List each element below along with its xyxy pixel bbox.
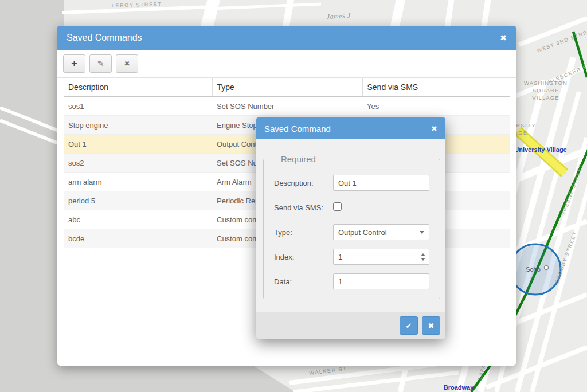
description-field-row: Description: [274, 175, 429, 191]
type-select[interactable]: Output Control [333, 224, 429, 240]
index-value: 1 [338, 253, 342, 261]
cancel-button[interactable]: ✖ [422, 316, 440, 335]
map-place-marker [545, 266, 549, 270]
type-field-row: Type: Output Control [274, 224, 429, 240]
close-icon[interactable]: ✖ [431, 125, 437, 132]
saved-commands-header: Saved Commands ✖ [57, 26, 516, 50]
cell-description[interactable]: period 5 [64, 191, 212, 210]
column-header-type[interactable]: Type [212, 78, 362, 97]
map-label-university-village-blue: University Village [514, 146, 567, 153]
cell-type[interactable]: Set SOS Number [212, 97, 362, 116]
saved-command-footer: ✔ ✖ [256, 312, 445, 339]
cell-description[interactable]: Stop engine [64, 116, 212, 135]
required-legend: Required [276, 154, 320, 164]
data-label: Data: [274, 277, 333, 286]
saved-command-header: Saved Command ✖ [256, 117, 445, 139]
delete-icon: ✖ [124, 60, 130, 68]
map-label-soho: Soho [526, 266, 541, 273]
map-label-james-j: James J [326, 11, 351, 21]
map-label-square: SQUARE [533, 87, 559, 93]
cell-description[interactable]: sos2 [64, 154, 212, 173]
cell-description[interactable]: sos1 [64, 97, 212, 116]
map-label-village: VILLAGE [532, 95, 559, 101]
commands-toolbar: + ✎ ✖ [57, 50, 516, 78]
cell-description[interactable]: abc [64, 210, 212, 229]
sms-field-row: Send via SMS: [274, 199, 429, 215]
arrow-down-icon [421, 258, 425, 261]
confirm-button[interactable]: ✔ [400, 316, 418, 335]
sms-checkbox[interactable] [333, 202, 342, 211]
required-fieldset: Required Description: Send via SMS: Type… [263, 154, 440, 299]
sms-label: Send via SMS: [274, 203, 333, 212]
table-header-row: Description Type Send via SMS [64, 78, 510, 97]
chevron-down-icon [420, 231, 424, 234]
column-header-send-via-sms[interactable]: Send via SMS [362, 78, 510, 97]
index-stepper[interactable]: 1 [333, 249, 429, 265]
cell-send-via-sms[interactable]: Yes [362, 97, 510, 116]
data-input[interactable] [333, 273, 429, 289]
check-icon: ✔ [406, 322, 412, 330]
type-label: Type: [274, 228, 333, 237]
cell-description[interactable]: arm alarm [64, 173, 212, 191]
delete-command-button[interactable]: ✖ [116, 54, 138, 73]
type-select-value: Output Control [338, 228, 387, 237]
data-field-row: Data: [274, 273, 429, 289]
saved-command-body: Required Description: Send via SMS: Type… [256, 139, 445, 299]
column-header-description[interactable]: Description [64, 78, 212, 97]
cell-description[interactable]: bcde [64, 229, 212, 248]
saved-command-dialog: Saved Command ✖ Required Description: Se… [256, 117, 445, 339]
close-icon[interactable]: ✖ [500, 34, 507, 42]
close-icon: ✖ [428, 322, 435, 330]
cell-description[interactable]: Out 1 [64, 135, 212, 154]
edit-command-button[interactable]: ✎ [89, 54, 112, 73]
pencil-icon: ✎ [97, 59, 104, 68]
saved-commands-title: Saved Commands [66, 33, 500, 43]
index-label: Index: [274, 253, 333, 261]
stepper-arrows[interactable] [421, 253, 425, 261]
index-field-row: Index: 1 [274, 249, 429, 265]
map-label-broadway: Broadway [444, 384, 474, 391]
map-label-washington: WASHINGTON [524, 80, 568, 86]
add-command-button[interactable]: + [63, 54, 85, 73]
arrow-up-icon [421, 253, 425, 256]
description-label: Description: [274, 179, 333, 187]
table-row[interactable]: sos1 Set SOS Number Yes [64, 97, 510, 116]
description-input[interactable] [333, 175, 429, 191]
saved-command-title: Saved Command [264, 124, 431, 134]
plus-icon: + [71, 58, 77, 70]
